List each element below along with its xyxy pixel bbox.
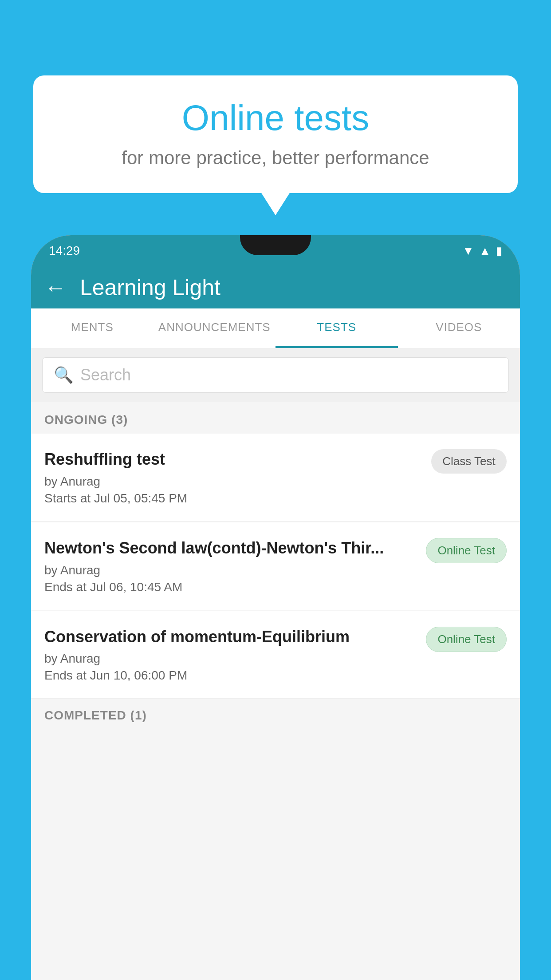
phone-wrapper: 14:29 ▼ ▲ ▮ ← Learning Light MENTS ANNOU…	[31, 235, 520, 980]
status-bar: 14:29 ▼ ▲ ▮	[31, 235, 520, 266]
ongoing-label: ONGOING (3)	[44, 413, 128, 427]
back-button[interactable]: ←	[44, 275, 67, 300]
completed-label: COMPLETED (1)	[44, 708, 147, 722]
bubble-subtitle: for more practice, better performance	[60, 147, 491, 169]
speech-bubble: Online tests for more practice, better p…	[33, 75, 518, 193]
battery-icon: ▮	[496, 244, 502, 258]
badge-online-test-2: Online Test	[426, 627, 507, 652]
status-time: 14:29	[49, 244, 80, 258]
test-date-conservation: Ends at Jun 10, 06:00 PM	[44, 668, 417, 683]
search-input[interactable]: Search	[80, 366, 131, 384]
test-info-newtons: Newton's Second law(contd)-Newton's Thir…	[44, 538, 426, 594]
test-info-reshuffling: Reshuffling test by Anurag Starts at Jul…	[44, 449, 431, 506]
bubble-title: Online tests	[60, 98, 491, 138]
test-by-conservation: by Anurag	[44, 652, 417, 666]
test-name-newtons: Newton's Second law(contd)-Newton's Thir…	[44, 538, 417, 559]
test-by-newtons: by Anurag	[44, 563, 417, 577]
app-header: ← Learning Light	[31, 266, 520, 308]
app-title: Learning Light	[80, 275, 220, 300]
tab-videos[interactable]: VIDEOS	[398, 308, 520, 348]
ongoing-section-header: ONGOING (3)	[31, 402, 520, 434]
tab-tests[interactable]: TESTS	[276, 308, 398, 348]
signal-icon: ▲	[479, 244, 491, 258]
phone-notch	[240, 235, 311, 255]
test-card-conservation[interactable]: Conservation of momentum-Equilibrium by …	[31, 611, 520, 699]
phone-device: 14:29 ▼ ▲ ▮ ← Learning Light MENTS ANNOU…	[31, 235, 520, 980]
test-card-newtons[interactable]: Newton's Second law(contd)-Newton's Thir…	[31, 522, 520, 610]
search-icon: 🔍	[54, 366, 74, 384]
test-name-conservation: Conservation of momentum-Equilibrium	[44, 627, 417, 648]
test-date-newtons: Ends at Jul 06, 10:45 AM	[44, 580, 417, 594]
test-info-conservation: Conservation of momentum-Equilibrium by …	[44, 627, 426, 683]
badge-class-test: Class Test	[431, 449, 507, 474]
search-input-wrap[interactable]: 🔍 Search	[42, 357, 509, 393]
test-date-reshuffling: Starts at Jul 05, 05:45 PM	[44, 491, 422, 506]
completed-section-header: COMPLETED (1)	[31, 699, 520, 727]
test-name-reshuffling: Reshuffling test	[44, 449, 422, 470]
tab-ments[interactable]: MENTS	[31, 308, 153, 348]
status-icons: ▼ ▲ ▮	[463, 244, 502, 258]
search-bar-container: 🔍 Search	[31, 348, 520, 402]
test-by-reshuffling: by Anurag	[44, 474, 422, 489]
tabs-bar: MENTS ANNOUNCEMENTS TESTS VIDEOS	[31, 308, 520, 348]
tab-announcements[interactable]: ANNOUNCEMENTS	[153, 308, 276, 348]
wifi-icon: ▼	[463, 244, 474, 258]
phone-screen: 14:29 ▼ ▲ ▮ ← Learning Light MENTS ANNOU…	[31, 235, 520, 980]
badge-online-test-1: Online Test	[426, 538, 507, 563]
test-card-reshuffling[interactable]: Reshuffling test by Anurag Starts at Jul…	[31, 434, 520, 522]
